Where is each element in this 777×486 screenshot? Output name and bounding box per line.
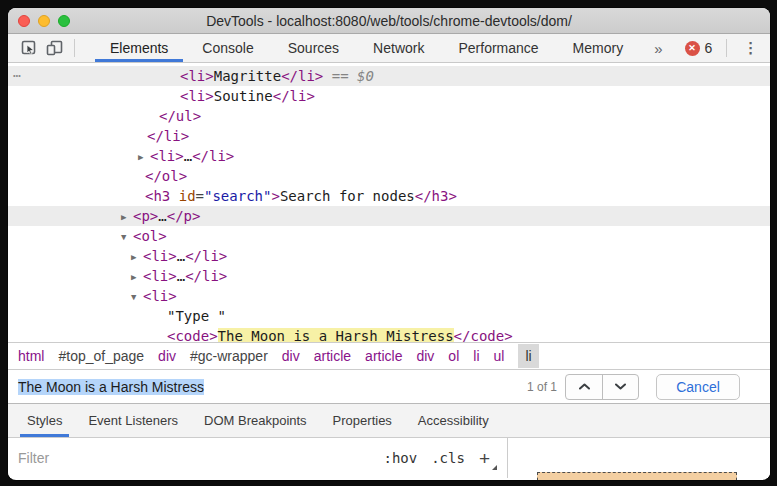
tag-segment: <li> bbox=[150, 148, 184, 164]
tag-segment: </li> bbox=[273, 88, 315, 104]
text-segment: … bbox=[184, 148, 192, 164]
expand-arrow-icon[interactable]: ▶ bbox=[121, 207, 133, 227]
node-close-ol[interactable]: </ol> bbox=[8, 166, 770, 186]
styles-panel-tabs: Styles Event Listeners DOM Breakpoints P… bbox=[8, 403, 770, 438]
metrics-pane bbox=[508, 438, 770, 478]
element-classes-button[interactable]: .cls bbox=[431, 450, 465, 466]
tag-segment: </li> bbox=[185, 268, 227, 284]
tag-segment: </li> bbox=[281, 68, 323, 84]
more-tabs-button[interactable]: » bbox=[640, 40, 676, 57]
tab-properties[interactable]: Properties bbox=[326, 404, 399, 437]
tab-network[interactable]: Network bbox=[356, 34, 441, 62]
attr-segment: id bbox=[179, 188, 196, 204]
breadcrumb-item-top_of_page[interactable]: #top_of_page bbox=[58, 344, 144, 368]
toggle-element-state-button[interactable]: :hov bbox=[383, 450, 417, 466]
tag-segment: </code> bbox=[454, 328, 513, 342]
breadcrumb-item-li[interactable]: li bbox=[473, 344, 479, 368]
val-segment: "search" bbox=[204, 188, 271, 204]
hint-segment: == $0 bbox=[323, 68, 374, 84]
breadcrumb-item-html[interactable]: html bbox=[18, 344, 44, 368]
expand-arrow-icon[interactable]: ▶ bbox=[131, 267, 143, 287]
tag-segment: </h3> bbox=[415, 188, 457, 204]
tab-sources[interactable]: Sources bbox=[271, 34, 356, 62]
node-li-collapsed[interactable]: ▶<li>…</li> bbox=[8, 146, 770, 166]
expand-arrow-icon[interactable]: ▶ bbox=[131, 247, 143, 267]
hl-segment: The Moon is a Harsh Mistress bbox=[218, 328, 454, 342]
tag-segment: </li> bbox=[185, 248, 227, 264]
close-window-button[interactable] bbox=[18, 15, 30, 27]
search-bar: The Moon is a Harsh Mistress 1 of 1 Canc… bbox=[8, 369, 770, 403]
breadcrumb-item-ul[interactable]: ul bbox=[494, 344, 505, 368]
error-icon: ✕ bbox=[685, 41, 700, 56]
node-code[interactable]: <code>The Moon is a Harsh Mistress</code… bbox=[8, 326, 770, 342]
settings-menu-icon[interactable]: ⋮ bbox=[733, 39, 768, 57]
main-toolbar: Elements Console Sources Network Perform… bbox=[8, 34, 770, 63]
node-overflow-hint: ⋯ bbox=[13, 66, 20, 86]
minimize-window-button[interactable] bbox=[38, 15, 50, 27]
tag-segment: <code> bbox=[167, 328, 218, 342]
breadcrumb-item-gc-wrapper[interactable]: #gc-wrapper bbox=[190, 344, 268, 368]
breadcrumb-item-li[interactable]: li bbox=[518, 344, 538, 368]
breadcrumb-item-article[interactable]: article bbox=[365, 344, 402, 368]
box-model-margin-box[interactable] bbox=[537, 472, 737, 480]
breadcrumb-item-div[interactable]: div bbox=[416, 344, 434, 368]
tag-segment: </li> bbox=[192, 148, 234, 164]
styles-filter-input[interactable]: Filter bbox=[18, 450, 369, 466]
breadcrumb-item-ol[interactable]: ol bbox=[448, 344, 459, 368]
breadcrumb-item-div[interactable]: div bbox=[282, 344, 300, 368]
new-style-rule-button[interactable]: + bbox=[479, 449, 497, 468]
console-error-counter[interactable]: ✕ 6 bbox=[677, 40, 721, 56]
node-close-li[interactable]: </li> bbox=[8, 126, 770, 146]
text-segment: … bbox=[177, 268, 185, 284]
node-close-ul[interactable]: </ul> bbox=[8, 106, 770, 126]
node-text-type[interactable]: "Type " bbox=[8, 306, 770, 326]
punct-segment: = bbox=[196, 188, 204, 204]
node-h3-search[interactable]: <h3 id="search">Search for nodes</h3> bbox=[8, 186, 770, 206]
tag-segment: <p> bbox=[133, 208, 158, 224]
search-nav-stepper bbox=[565, 374, 639, 400]
cancel-button[interactable]: Cancel bbox=[656, 374, 740, 400]
devtools-window: DevTools - localhost:8080/web/tools/chro… bbox=[8, 8, 770, 480]
tab-dom-breakpoints[interactable]: DOM Breakpoints bbox=[197, 404, 314, 437]
text-segment: … bbox=[177, 248, 185, 264]
window-title: DevTools - localhost:8080/web/tools/chro… bbox=[206, 13, 572, 29]
tab-elements[interactable]: Elements bbox=[93, 34, 185, 62]
text-segment: Magritte bbox=[214, 68, 281, 84]
inspect-element-icon[interactable] bbox=[16, 37, 42, 59]
toolbar-divider bbox=[726, 39, 727, 57]
breadcrumb-item-div[interactable]: div bbox=[158, 344, 176, 368]
tab-event-listeners[interactable]: Event Listeners bbox=[81, 404, 185, 437]
tab-memory[interactable]: Memory bbox=[556, 34, 641, 62]
styles-filter-bar: Filter :hov .cls + bbox=[8, 438, 508, 478]
breadcrumb-item-article[interactable]: article bbox=[314, 344, 351, 368]
tag-segment: <h3 bbox=[145, 188, 179, 204]
node-li-magritte[interactable]: ⋯<li>Magritte</li> == $0 bbox=[8, 66, 770, 86]
styles-panel-body: Filter :hov .cls + bbox=[8, 438, 770, 478]
text-segment: Search for nodes bbox=[280, 188, 415, 204]
collapse-arrow-icon[interactable]: ▼ bbox=[121, 227, 133, 247]
expand-arrow-icon[interactable]: ▶ bbox=[138, 147, 150, 167]
tab-accessibility[interactable]: Accessibility bbox=[411, 404, 496, 437]
zoom-window-button[interactable] bbox=[58, 15, 70, 27]
search-next-button[interactable] bbox=[602, 375, 638, 399]
tag-segment: <li> bbox=[180, 88, 214, 104]
tag-segment: <li> bbox=[143, 248, 177, 264]
collapse-arrow-icon[interactable]: ▼ bbox=[131, 287, 143, 307]
tag-segment: <ol> bbox=[133, 228, 167, 244]
tag-segment: </ol> bbox=[145, 168, 187, 184]
tab-performance[interactable]: Performance bbox=[441, 34, 555, 62]
node-li-collapsed[interactable]: ▶<li>…</li> bbox=[8, 266, 770, 286]
toggle-device-toolbar-icon[interactable] bbox=[42, 37, 68, 59]
search-previous-button[interactable] bbox=[566, 375, 602, 399]
search-match-count: 1 of 1 bbox=[527, 380, 557, 394]
search-input[interactable]: The Moon is a Harsh Mistress bbox=[18, 379, 527, 395]
tag-segment: <li> bbox=[143, 288, 177, 304]
node-li-soutine[interactable]: <li>Soutine</li> bbox=[8, 86, 770, 106]
node-li-expanded[interactable]: ▼<li> bbox=[8, 286, 770, 306]
node-p-collapsed[interactable]: ▶<p>…</p> bbox=[8, 206, 770, 226]
tab-console[interactable]: Console bbox=[185, 34, 270, 62]
tag-segment: </li> bbox=[147, 128, 189, 144]
tab-styles[interactable]: Styles bbox=[20, 404, 69, 437]
node-li-collapsed[interactable]: ▶<li>…</li> bbox=[8, 246, 770, 266]
node-ol-expanded[interactable]: ▼<ol> bbox=[8, 226, 770, 246]
